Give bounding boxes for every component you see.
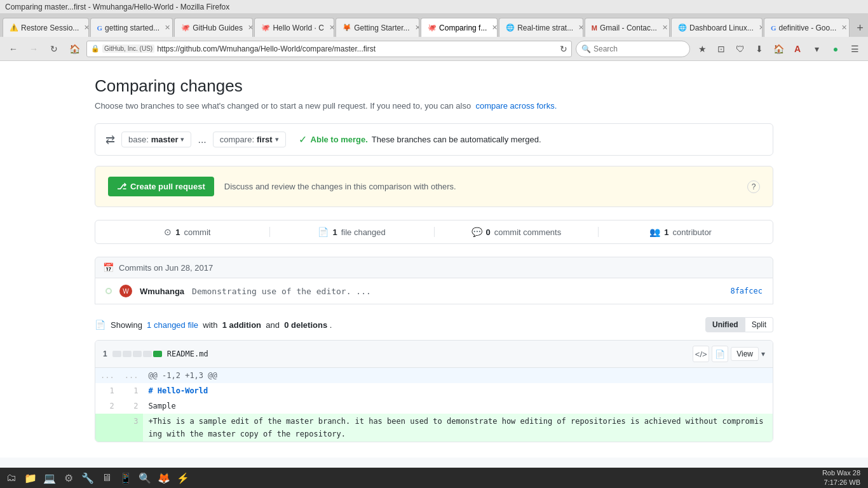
files-deletion-count: 0 deletions (284, 320, 327, 330)
contributors-stat: 👥 1 contributor (599, 227, 763, 237)
tab-close-dashboard[interactable]: ✕ (759, 24, 763, 32)
home-button[interactable]: 🏠 (66, 41, 83, 57)
tab-close-ff1[interactable]: ✕ (415, 24, 420, 32)
reload-button[interactable]: ↻ (46, 41, 62, 57)
file-raw-view-button[interactable]: 📄 (712, 346, 728, 362)
tab-getting-started-g[interactable]: G getting started... ✕ (90, 18, 173, 37)
sync-button[interactable]: ⊡ (713, 41, 729, 57)
diff-line-2: 2 2 Sample (95, 398, 773, 414)
compare-controls: ⇄ base: master ▾ ... compare: first ▾ ✓ … (95, 123, 773, 156)
download-button[interactable]: ⬇ (751, 41, 768, 57)
tab-close-gh1[interactable]: ✕ (248, 24, 253, 32)
search-icon: 🔍 (581, 44, 591, 53)
tab-close-comparing[interactable]: ✕ (492, 24, 498, 32)
tab-label-definitive: definitive - Goo... (779, 24, 837, 32)
files-and-text: and (266, 320, 280, 330)
file-collapse-button[interactable]: ▾ (761, 349, 765, 358)
addon-button[interactable]: A (789, 41, 806, 57)
reload-btn-inline[interactable]: ↻ (560, 44, 567, 54)
new-tab-button[interactable]: + (852, 19, 868, 37)
tab-getting-started-ff[interactable]: 🦊 Getting Starter... ✕ (336, 18, 419, 37)
comments-icon: 💬 (471, 227, 482, 237)
diff-code-1: # Hello-World (143, 383, 773, 398)
pr-help-button[interactable]: ? (747, 180, 760, 193)
tab-github-guides[interactable]: 🐙 GitHub Guides ✕ (174, 18, 253, 37)
tab-icon-realtime: 🌐 (506, 24, 515, 32)
files-header: 📄 Showing 1 changed file with 1 addition… (95, 317, 773, 332)
files-addition-count: 1 addition (222, 320, 261, 330)
green-circle-button[interactable]: ● (827, 41, 844, 57)
files-count: 1 (332, 227, 337, 237)
commits-count: 1 (175, 227, 180, 237)
file-view-button[interactable]: View (731, 347, 759, 361)
tab-label-g: getting started... (105, 24, 159, 32)
commits-stat: ⊙ 1 commit (105, 227, 270, 237)
shield-button[interactable]: 🛡 (732, 41, 749, 57)
bookmark-star-button[interactable]: ★ (694, 41, 710, 57)
tab-close-g[interactable]: ✕ (165, 24, 170, 32)
create-pr-button[interactable]: ⎇ Create pull request (108, 177, 214, 196)
diff-hunk-header: @@ -1,2 +1,3 @@ (143, 368, 773, 383)
tab-close-gmail[interactable]: ✕ (662, 24, 668, 32)
split-view-button[interactable]: Split (745, 317, 773, 332)
comments-count: 0 (486, 227, 491, 237)
tab-label-comparing: Comparing f... (439, 24, 487, 32)
tab-label-gmail: Gmail - Contac... (600, 24, 657, 32)
comments-stat: 💬 0 commit comments (435, 227, 599, 237)
search-bar: 🔍 (576, 41, 690, 57)
diff-code-2: Sample (143, 398, 773, 414)
profile-button[interactable]: ▾ (808, 41, 825, 57)
tab-icon-hw: 🐙 (261, 24, 270, 32)
merge-status: ✓ Able to merge. These branches can be a… (299, 133, 541, 146)
os-titlebar: Comparing master...first - Wmuhanga/Hell… (0, 0, 868, 14)
search-input[interactable] (593, 44, 689, 53)
files-stat: 📄 1 file changed (270, 227, 435, 237)
tab-definitive[interactable]: G definitive - Goo... ✕ (764, 18, 850, 37)
back-button[interactable]: ← (5, 41, 22, 57)
diff-hunk-row: ... ... @@ -1,2 +1,3 @@ (95, 368, 773, 383)
home-nav-button[interactable]: 🏠 (770, 41, 787, 57)
compare-branch-select[interactable]: compare: first ▾ (213, 132, 286, 147)
files-label: file changed (341, 227, 386, 237)
tab-close-definitive[interactable]: ✕ (841, 24, 847, 32)
changed-file-link[interactable]: 1 changed file (147, 320, 198, 330)
commit-sha[interactable]: 8fafcec (730, 287, 763, 295)
menu-button[interactable]: ☰ (846, 41, 863, 57)
base-label: base: (128, 135, 149, 144)
tab-close-hw[interactable]: ✕ (329, 24, 334, 32)
tab-close-restore[interactable]: ✕ (84, 24, 88, 32)
commits-date: Commits on Jun 28, 2017 (119, 263, 213, 273)
tab-close-realtime[interactable]: ✕ (578, 24, 583, 32)
diff-hunk-old-num: ... (95, 368, 119, 383)
compare-value: first (257, 135, 273, 144)
pr-description: Discuss and review the changes in this c… (224, 182, 737, 191)
contributors-label: contributor (673, 227, 712, 237)
tab-label-restore: Restore Sessio... (21, 24, 79, 32)
files-header-icon: 📄 (95, 320, 105, 330)
tab-realtime[interactable]: 🌐 Real-time strat... ✕ (499, 18, 583, 37)
tab-hello-world[interactable]: 🐙 Hello World · C ✕ (254, 18, 334, 37)
tab-icon-ff1: 🦊 (342, 24, 351, 32)
commit-author[interactable]: Wmuhanga (140, 287, 184, 296)
tab-dashboard[interactable]: 🌐 Dashboard Linux... ✕ (671, 18, 763, 37)
commit-row: W Wmuhanga Demonstrating use of the edit… (95, 278, 773, 304)
diff-line-3: 3 +This is a sample edit of the master b… (95, 414, 773, 442)
unified-view-button[interactable]: Unified (705, 317, 745, 332)
file-code-view-button[interactable]: </> (693, 346, 709, 362)
stats-bar: ⊙ 1 commit 📄 1 file changed 💬 0 commit c… (95, 220, 773, 244)
base-branch-select[interactable]: base: master ▾ (121, 132, 191, 147)
url-input[interactable] (157, 44, 557, 53)
tab-restore[interactable]: ⚠️ Restore Sessio... ✕ (3, 18, 89, 37)
file-color-seg-3 (133, 351, 142, 357)
forward-button[interactable]: → (25, 41, 42, 57)
file-diff-header: 1 README.md </> 📄 View ▾ (95, 341, 773, 368)
file-color-seg-4 (143, 351, 152, 357)
tab-icon-comparing: 🐙 (428, 24, 437, 32)
tab-gmail[interactable]: M Gmail - Contac... ✕ (585, 18, 670, 37)
compare-across-forks-link[interactable]: compare across forks. (475, 101, 557, 111)
file-diff: 1 README.md </> 📄 View ▾ (95, 340, 773, 442)
tab-comparing[interactable]: 🐙 Comparing f... ✕ (421, 18, 498, 37)
tab-icon-dashboard: 🌐 (678, 24, 687, 32)
diff-line-1: 1 1 # Hello-World (95, 383, 773, 398)
tab-label-hw: Hello World · C (273, 24, 323, 32)
